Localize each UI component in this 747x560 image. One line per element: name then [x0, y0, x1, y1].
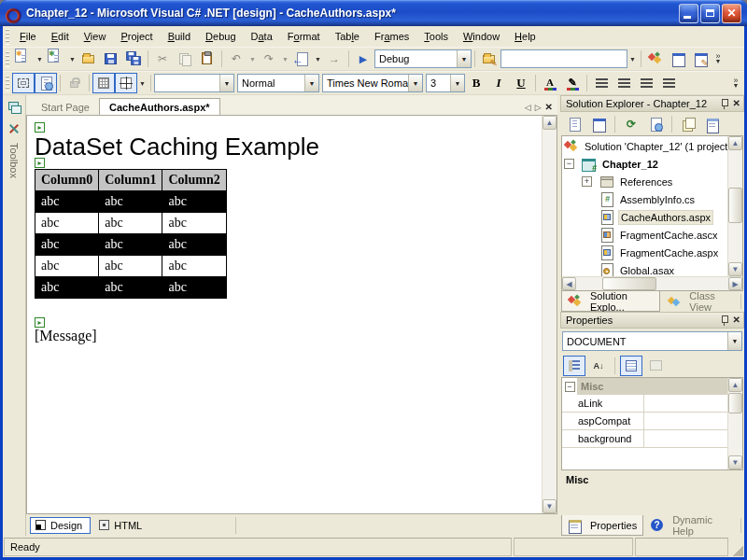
- start-debug-button[interactable]: ▶: [352, 49, 374, 69]
- tree-item-chapter-12[interactable]: −Chapter_12: [562, 155, 727, 173]
- property-row-aspcompat[interactable]: aspCompat: [562, 413, 727, 430]
- menu-item-frames[interactable]: Frames: [367, 28, 416, 45]
- align-right-button[interactable]: [635, 73, 657, 93]
- menu-item-file[interactable]: File: [12, 28, 44, 45]
- close-document-icon[interactable]: ✕: [545, 103, 553, 112]
- close-button[interactable]: ✕: [722, 4, 741, 23]
- menu-item-build[interactable]: Build: [161, 28, 198, 45]
- grid-options-dropdown[interactable]: ▼: [137, 73, 148, 93]
- scroll-down-icon[interactable]: ▼: [543, 499, 557, 513]
- view-tab-design[interactable]: Design: [30, 517, 91, 534]
- design-vertical-scrollbar[interactable]: ▲ ▼: [542, 116, 557, 513]
- close-panel-icon[interactable]: ✕: [733, 315, 740, 325]
- expand-icon[interactable]: +: [582, 176, 592, 187]
- toolbar-grip[interactable]: [6, 76, 9, 91]
- resize-grip[interactable]: [730, 538, 743, 556]
- toolbar-overflow-button[interactable]: »▼: [729, 78, 742, 88]
- combo-dropdown-icon[interactable]: ▼: [727, 332, 741, 350]
- undo-dropdown[interactable]: ▼: [247, 49, 258, 69]
- toolbar-grip[interactable]: [6, 51, 9, 67]
- collapse-icon[interactable]: −: [565, 382, 575, 392]
- highlight-button[interactable]: ✎: [561, 73, 584, 93]
- show-all-files-button[interactable]: [677, 114, 699, 134]
- tree-item-fragmentcache-ascx[interactable]: FragmentCache.ascx: [562, 226, 727, 244]
- add-item-dropdown[interactable]: ▼: [67, 49, 78, 69]
- property-value[interactable]: [644, 413, 727, 429]
- combo-dropdown-icon[interactable]: ▼: [457, 50, 471, 67]
- show-borders-button[interactable]: [12, 73, 35, 93]
- combo-dropdown-icon[interactable]: ▼: [304, 75, 318, 91]
- scroll-down-icon[interactable]: ▼: [728, 455, 742, 469]
- scrollbar-thumb[interactable]: [728, 393, 742, 413]
- property-category-row[interactable]: − Misc: [562, 378, 727, 395]
- redo-dropdown[interactable]: ▼: [280, 49, 290, 69]
- property-value[interactable]: [644, 430, 727, 447]
- copy-web-button[interactable]: [644, 114, 667, 134]
- design-surface[interactable]: ▸ DataSet Caching Example ▸ Column0Colum…: [27, 116, 542, 513]
- save-button[interactable]: [100, 49, 122, 69]
- combo-dropdown-icon[interactable]: ▼: [219, 75, 233, 91]
- tree-vertical-scrollbar[interactable]: ▲ ▼: [727, 136, 742, 276]
- font-size-combo[interactable]: 3 ▼: [426, 74, 465, 92]
- collapse-icon[interactable]: −: [564, 159, 574, 169]
- menu-item-format[interactable]: Format: [280, 28, 328, 45]
- minimize-button[interactable]: [679, 4, 698, 23]
- lock-controls-button[interactable]: [63, 73, 86, 93]
- categorized-button[interactable]: [563, 356, 585, 376]
- navigate-forward-button[interactable]: →: [323, 49, 345, 69]
- menu-item-table[interactable]: Table: [328, 28, 367, 45]
- close-panel-icon[interactable]: ✕: [733, 99, 740, 108]
- menu-item-tools[interactable]: Tools: [416, 28, 456, 45]
- cut-button[interactable]: ✂: [151, 49, 174, 69]
- italic-button[interactable]: I: [487, 73, 510, 93]
- align-left-button[interactable]: [590, 73, 613, 93]
- redo-button[interactable]: ↷: [258, 49, 280, 69]
- paste-button[interactable]: [196, 49, 218, 69]
- show-details-button[interactable]: [35, 73, 57, 93]
- align-center-button[interactable]: [613, 73, 635, 93]
- menu-item-project[interactable]: Project: [113, 28, 160, 45]
- view-tab-html[interactable]: HTML: [94, 518, 149, 533]
- tree-item-solution-chapter-12-1-project[interactable]: Solution 'Chapter_12' (1 project): [562, 137, 727, 155]
- new-project-dropdown[interactable]: ▼: [35, 49, 45, 69]
- property-row-background[interactable]: background: [562, 430, 727, 448]
- property-value[interactable]: [644, 395, 727, 412]
- property-pages-button[interactable]: [644, 356, 667, 376]
- alphabetical-button[interactable]: A↓: [587, 356, 610, 376]
- menu-item-window[interactable]: Window: [456, 28, 507, 45]
- scroll-right-icon[interactable]: ▶: [728, 277, 742, 290]
- menu-item-data[interactable]: Data: [244, 28, 280, 45]
- view-designer-button[interactable]: [587, 114, 610, 134]
- find-combo-dropdown[interactable]: ▼: [627, 49, 638, 69]
- document-tab-start-page[interactable]: Start Page: [32, 99, 99, 115]
- pin-icon[interactable]: [718, 98, 730, 110]
- undo-button[interactable]: ↶: [225, 49, 247, 69]
- datagrid-control[interactable]: Column0Column1Column2abcabcabcabcabcabca…: [35, 169, 227, 299]
- navigate-back-button[interactable]: ←: [290, 49, 313, 69]
- properties-button[interactable]: [701, 114, 724, 134]
- maximize-button[interactable]: [700, 4, 720, 23]
- css-style-combo[interactable]: ▼: [154, 74, 234, 92]
- copy-button[interactable]: [174, 49, 196, 69]
- tree-item-fragmentcache-aspx[interactable]: FragmentCache.aspx: [562, 244, 727, 261]
- tree-item-assemblyinfo-cs[interactable]: AssemblyInfo.cs: [562, 190, 727, 208]
- scroll-left-icon[interactable]: ◀: [562, 277, 576, 290]
- properties-view-button[interactable]: [620, 356, 642, 376]
- scroll-up-icon[interactable]: ▲: [728, 378, 742, 392]
- justify-button[interactable]: [657, 73, 680, 93]
- underline-button[interactable]: U: [510, 73, 532, 93]
- scroll-up-icon[interactable]: ▲: [543, 116, 557, 130]
- toolbar-overflow-button[interactable]: »▼: [712, 54, 725, 63]
- toolbox-tab-label[interactable]: Toolbox: [8, 143, 20, 178]
- page-heading[interactable]: DataSet Caching Example: [35, 133, 534, 161]
- menu-item-edit[interactable]: Edit: [44, 28, 77, 45]
- navigate-back-dropdown[interactable]: ▼: [313, 49, 323, 69]
- toolbox-window-button[interactable]: [689, 49, 712, 69]
- message-label[interactable]: [Message]: [35, 328, 534, 344]
- menu-item-debug[interactable]: Debug: [198, 28, 243, 45]
- snap-to-grid-button[interactable]: [115, 73, 137, 93]
- new-project-button[interactable]: [12, 49, 35, 69]
- refresh-button[interactable]: ⟳: [620, 114, 642, 134]
- font-name-combo[interactable]: Times New Roman ▼: [322, 74, 423, 92]
- scroll-up-icon[interactable]: ▲: [728, 136, 742, 150]
